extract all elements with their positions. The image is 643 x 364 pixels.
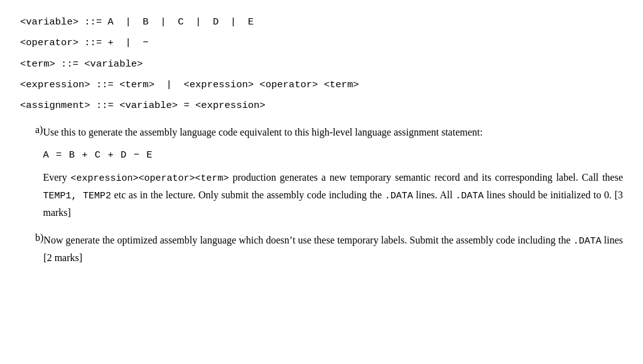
questions: a) Use this to generate the assembly lan… bbox=[20, 124, 623, 266]
question-b-content: Now generate the optimized assembly lang… bbox=[43, 232, 623, 266]
main-content: <variable> ::= A | B | C | D | E <operat… bbox=[20, 15, 623, 266]
question-b: b) Now generate the optimized assembly l… bbox=[20, 232, 623, 266]
grammar-variable: <variable> ::= A | B | C | D | E bbox=[20, 15, 623, 29]
question-b-label: b) bbox=[20, 232, 43, 244]
data-ref-1: .DATA bbox=[385, 191, 413, 201]
temp-labels: TEMP1, TEMP2 bbox=[43, 191, 111, 201]
question-a-label: a) bbox=[20, 124, 43, 136]
question-a: a) Use this to generate the assembly lan… bbox=[20, 124, 623, 221]
question-a-content: Use this to generate the assembly langua… bbox=[43, 124, 623, 221]
code-example: A = B + C + D − E bbox=[43, 147, 623, 164]
grammar-operator: <operator> ::= + | − bbox=[20, 36, 623, 50]
data-ref-3: .DATA bbox=[573, 236, 602, 247]
data-ref-2: .DATA bbox=[455, 191, 484, 201]
expression-operator-term: <expression><operator><term> bbox=[71, 173, 229, 184]
grammar-expression: <expression> ::= <term> | <expression> <… bbox=[20, 78, 623, 92]
grammar-assignment: <assignment> ::= <variable> = <expressio… bbox=[20, 99, 623, 113]
grammar-rules: <variable> ::= A | B | C | D | E <operat… bbox=[20, 15, 623, 113]
grammar-term: <term> ::= <variable> bbox=[20, 57, 623, 72]
